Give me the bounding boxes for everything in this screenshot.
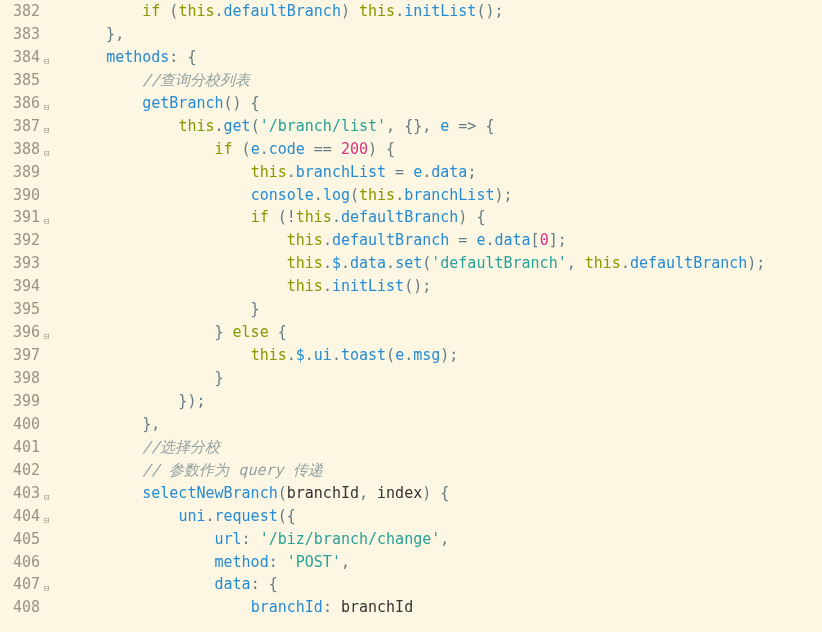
code-line[interactable]: 397 this.$.ui.toast(e.msg); <box>0 344 822 367</box>
fold-gutter[interactable]: ⊟ <box>44 46 60 69</box>
token: } <box>70 369 224 387</box>
token: , <box>567 254 585 272</box>
code-content[interactable]: data: { <box>70 573 822 596</box>
code-line[interactable]: 383 }, <box>0 23 822 46</box>
code-line[interactable]: 392 this.defaultBranch = e.data[0]; <box>0 229 822 252</box>
token <box>70 254 287 272</box>
fold-gutter[interactable]: ⊟ <box>44 92 60 115</box>
code-line[interactable]: 393 this.$.data.set('defaultBranch', thi… <box>0 252 822 275</box>
fold-collapse-icon[interactable]: ⊟ <box>44 147 49 161</box>
token: . <box>260 140 269 158</box>
code-editor: 382 if (this.defaultBranch) this.initLis… <box>0 0 822 619</box>
line-number: 403 <box>0 482 44 505</box>
code-line[interactable]: 386⊟ getBranch() { <box>0 92 822 115</box>
code-content[interactable]: console.log(this.branchList); <box>70 184 822 207</box>
code-content[interactable]: //查询分校列表 <box>70 69 822 92</box>
token: = <box>386 163 413 181</box>
code-line[interactable]: 394 this.initList(); <box>0 275 822 298</box>
code-line[interactable]: 404⊟ uni.request({ <box>0 505 822 528</box>
fold-gutter[interactable]: ⊟ <box>44 573 60 596</box>
code-content[interactable]: // 参数作为 query 传递 <box>70 459 822 482</box>
code-content[interactable]: selectNewBranch(branchId, index) { <box>70 482 822 505</box>
token: : <box>323 598 341 616</box>
code-content[interactable]: } <box>70 367 822 390</box>
code-line[interactable]: 400 }, <box>0 413 822 436</box>
code-content[interactable]: uni.request({ <box>70 505 822 528</box>
code-line[interactable]: 401 //选择分校 <box>0 436 822 459</box>
code-line[interactable]: 395 } <box>0 298 822 321</box>
token: ({ <box>278 507 296 525</box>
code-line[interactable]: 396⊟ } else { <box>0 321 822 344</box>
code-content[interactable]: this.$.data.set('defaultBranch', this.de… <box>70 252 822 275</box>
token: . <box>287 163 296 181</box>
fold-collapse-icon[interactable]: ⊟ <box>44 101 49 115</box>
code-content[interactable]: this.get('/branch/list', {}, e => { <box>70 115 822 138</box>
code-content[interactable]: this.defaultBranch = e.data[0]; <box>70 229 822 252</box>
fold-collapse-icon[interactable]: ⊟ <box>44 582 49 596</box>
token: this <box>178 2 214 20</box>
code-line[interactable]: 405 url: '/biz/branch/change', <box>0 528 822 551</box>
code-line[interactable]: 387⊟ this.get('/branch/list', {}, e => { <box>0 115 822 138</box>
code-line[interactable]: 390 console.log(this.branchList); <box>0 184 822 207</box>
code-line[interactable]: 391⊟ if (!this.defaultBranch) { <box>0 206 822 229</box>
token <box>70 438 142 456</box>
code-line[interactable]: 399 }); <box>0 390 822 413</box>
token: this <box>287 231 323 249</box>
code-line[interactable]: 388⊟ if (e.code == 200) { <box>0 138 822 161</box>
fold-gutter[interactable]: ⊟ <box>44 115 60 138</box>
code-content[interactable]: this.$.ui.toast(e.msg); <box>70 344 822 367</box>
code-line[interactable]: 389 this.branchList = e.data; <box>0 161 822 184</box>
token: ; <box>467 163 476 181</box>
code-content[interactable]: if (!this.defaultBranch) { <box>70 206 822 229</box>
code-content[interactable]: getBranch() { <box>70 92 822 115</box>
fold-collapse-icon[interactable]: ⊟ <box>44 330 49 344</box>
code-line[interactable]: 385 //查询分校列表 <box>0 69 822 92</box>
code-line[interactable]: 407⊟ data: { <box>0 573 822 596</box>
token: //选择分校 <box>142 438 220 456</box>
fold-gutter[interactable]: ⊟ <box>44 206 60 229</box>
token <box>70 461 142 479</box>
fold-collapse-icon[interactable]: ⊟ <box>44 55 49 69</box>
line-number: 382 <box>0 0 44 23</box>
fold-gutter[interactable]: ⊟ <box>44 482 60 505</box>
code-content[interactable]: } else { <box>70 321 822 344</box>
code-content[interactable]: if (e.code == 200) { <box>70 138 822 161</box>
code-content[interactable]: } <box>70 298 822 321</box>
code-content[interactable]: methods: { <box>70 46 822 69</box>
token <box>70 530 215 548</box>
fold-collapse-icon[interactable]: ⊟ <box>44 215 49 229</box>
fold-collapse-icon[interactable]: ⊟ <box>44 124 49 138</box>
fold-collapse-icon[interactable]: ⊟ <box>44 514 49 528</box>
token: ); <box>747 254 765 272</box>
code-content[interactable]: //选择分校 <box>70 436 822 459</box>
code-content[interactable]: this.branchList = e.data; <box>70 161 822 184</box>
fold-gutter[interactable]: ⊟ <box>44 138 60 161</box>
line-number: 401 <box>0 436 44 459</box>
code-line[interactable]: 408 branchId: branchId <box>0 596 822 619</box>
token: ui <box>314 346 332 364</box>
token: ( <box>278 484 287 502</box>
code-line[interactable]: 402 // 参数作为 query 传递 <box>0 459 822 482</box>
fold-gutter[interactable]: ⊟ <box>44 321 60 344</box>
code-content[interactable]: branchId: branchId <box>70 596 822 619</box>
code-content[interactable]: }); <box>70 390 822 413</box>
code-content[interactable]: if (this.defaultBranch) this.initList(); <box>70 0 822 23</box>
line-number: 405 <box>0 528 44 551</box>
code-content[interactable]: this.initList(); <box>70 275 822 298</box>
code-content[interactable]: url: '/biz/branch/change', <box>70 528 822 551</box>
token: . <box>314 186 323 204</box>
code-line[interactable]: 384⊟ methods: { <box>0 46 822 69</box>
code-content[interactable]: }, <box>70 23 822 46</box>
code-line[interactable]: 403⊟ selectNewBranch(branchId, index) { <box>0 482 822 505</box>
code-line[interactable]: 398 } <box>0 367 822 390</box>
token: defaultBranch <box>630 254 747 272</box>
fold-gutter[interactable]: ⊟ <box>44 505 60 528</box>
token: defaultBranch <box>224 2 341 20</box>
code-content[interactable]: }, <box>70 413 822 436</box>
code-content[interactable]: method: 'POST', <box>70 551 822 574</box>
token: request <box>215 507 278 525</box>
fold-collapse-icon[interactable]: ⊟ <box>44 491 49 505</box>
token <box>70 140 215 158</box>
code-line[interactable]: 406 method: 'POST', <box>0 551 822 574</box>
code-line[interactable]: 382 if (this.defaultBranch) this.initLis… <box>0 0 822 23</box>
